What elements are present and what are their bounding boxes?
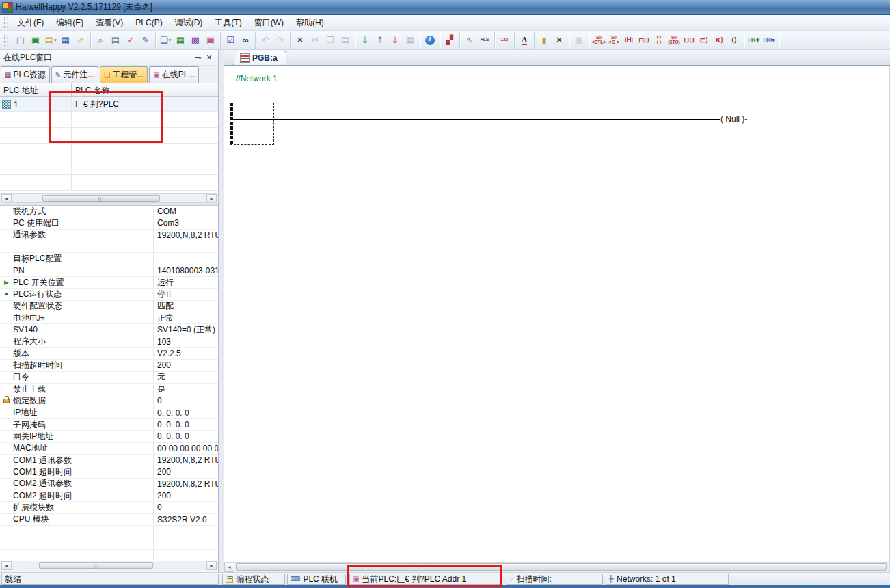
property-label: COM1 超时时间 [13, 466, 72, 478]
dropdown-icon[interactable]: ▾ [54, 38, 57, 43]
plc-download-icon: ⇓ [362, 36, 369, 44]
panel-tab-label: 在线PL... [162, 69, 195, 81]
component-comment-icon: ✎ [55, 72, 61, 79]
property-value: 正常 [154, 312, 218, 324]
hardware-config-button[interactable]: ▦ [173, 33, 188, 48]
property-value: 103 [154, 337, 218, 347]
lock-button[interactable]: ▮ [537, 33, 552, 48]
import-project-button[interactable]: ⇗ [73, 33, 88, 48]
memory-chip-button[interactable]: ▩ [188, 33, 203, 48]
table-hscrollbar[interactable]: ◂ ||| ▸ [1, 193, 217, 203]
ladder-canvas[interactable]: //Network 1 ( Null )- [224, 66, 890, 562]
menu-item-4[interactable]: PLC(P) [129, 16, 168, 29]
paste-icon: ▤ [341, 36, 349, 44]
panel-tab-2[interactable]: ✎元件注... [51, 66, 98, 83]
scroll-left-icon[interactable]: ◂ [224, 563, 234, 572]
clear-button[interactable]: ✕ [552, 33, 567, 48]
double-coil-button[interactable]: ⊔⊔ [682, 33, 697, 48]
menu-item-5[interactable]: 调试(D) [169, 15, 209, 31]
window-list-button[interactable]: ❏▾ [158, 33, 173, 48]
title-bar: HaiwellHappy V2.2.5.171129 [未命名] [0, 0, 890, 15]
print-button[interactable]: ▤ [108, 33, 123, 48]
toolbar-group: ☑∞ [221, 32, 256, 49]
property-row: ▶PLC 开关位置运行 [0, 277, 218, 289]
scroll-left-icon[interactable]: ◂ [1, 561, 12, 570]
scroll-thumb[interactable] [236, 563, 887, 571]
empty-row [0, 159, 218, 175]
panel-tab-label: PLC资源 [13, 69, 45, 81]
options-button[interactable]: ☑ [223, 33, 238, 48]
scroll-track[interactable]: ||| [12, 194, 206, 202]
open-project-button[interactable]: ▤▾ [43, 33, 58, 48]
toolbar-group: ✕✂❐▤ [291, 32, 355, 49]
plc-info-button[interactable]: i [422, 33, 437, 48]
sto-button[interactable]: S0 (STO) [666, 33, 682, 48]
compare-contact-button[interactable]: ⟨⟩ [727, 33, 742, 48]
convert-il-button[interactable]: 123 [497, 33, 512, 48]
menu-item-6[interactable]: 工具(T) [208, 15, 247, 31]
coil-y-button[interactable]: Y7 ⟨ ⟩ [651, 33, 666, 48]
scroll-track[interactable]: ||| [12, 561, 206, 570]
menu-item-3[interactable]: 查看(V) [90, 15, 129, 31]
sto-icon: S0 (STO) [668, 36, 680, 44]
doc-check-button[interactable]: ✓ [123, 33, 138, 48]
close-icon[interactable]: ✕ [204, 53, 215, 62]
contact-button[interactable]: ⊣H⊢ [621, 33, 636, 48]
scroll-right-icon[interactable]: ▸ [206, 194, 217, 202]
doc-edit-button[interactable]: ✎ [138, 33, 153, 48]
plc-download-button[interactable]: ⇓ [358, 33, 373, 48]
font-button[interactable]: A [517, 33, 532, 48]
menu-item-7[interactable]: 窗口(W) [248, 15, 290, 31]
toolbar-group: A [515, 32, 535, 49]
menu-item-1[interactable]: 文件(F) [11, 15, 50, 31]
scroll-right-icon[interactable]: ▸ [206, 561, 217, 570]
save-button[interactable]: ▦ [58, 33, 73, 48]
print-preview-button[interactable]: ⌕ [93, 33, 108, 48]
document-tab-label: PGB:a [252, 53, 278, 63]
editor-hscrollbar[interactable]: ◂ [224, 562, 890, 572]
scroll-thumb[interactable]: ||| [42, 195, 160, 202]
toolbar-group: S0 <STL>S0 < S >⊣H⊢⊓⊔Y7 ⟨ ⟩S0 (STO)⊔⊔⊏⟩✕… [589, 32, 744, 49]
hk-add-button[interactable]: HK✚ [746, 33, 761, 48]
scroll-left-icon[interactable]: ◂ [1, 194, 12, 202]
delete-button[interactable]: ✕ [293, 33, 308, 48]
property-label: PLC运行状态 [13, 289, 62, 300]
hk-swap-button[interactable]: HK⇆ [761, 33, 777, 48]
delete-coil-icon: ✕⟩ [715, 37, 723, 44]
scroll-thumb[interactable]: ||| [39, 562, 153, 569]
debug-probe-icon: ∿ [466, 36, 474, 44]
dropdown-icon[interactable]: ▾ [169, 38, 172, 43]
panel-tab-4[interactable]: ▣在线PL... [149, 66, 199, 83]
debug-probe-button[interactable]: ∿ [462, 33, 477, 48]
stl-button[interactable]: S0 <STL> [591, 33, 606, 48]
new-file-button[interactable]: ▢ [13, 33, 28, 48]
monitor-table-button[interactable]: ▣ [203, 33, 218, 48]
toolbar-grip [4, 35, 8, 46]
property-row: 口令无 [0, 372, 218, 384]
stl-set-button[interactable]: S0 < S > [606, 33, 621, 48]
network-topology-button[interactable]: ▞ [442, 33, 457, 48]
plc-upload-button[interactable]: ⇑ [373, 33, 388, 48]
branch-contact-button[interactable]: ⊓⊔ [636, 33, 651, 48]
lock-icon [0, 397, 13, 405]
selection-cursor [230, 103, 274, 145]
panel-tab-1[interactable]: ▦PLC资源 [1, 66, 50, 83]
property-label: 目标PLC配置 [13, 253, 62, 265]
delete-coil-button[interactable]: ✕⟩ [712, 33, 727, 48]
status-plc-link-text: PLC 联机 [303, 574, 338, 585]
toolbar-group: ∿PLS [460, 32, 495, 49]
pls-instruction-button[interactable]: PLS [477, 33, 492, 48]
panel-tab-3[interactable]: ❏工程管... [100, 66, 148, 83]
menu-item-2[interactable]: 编辑(E) [50, 15, 90, 31]
pin-icon[interactable]: ⊸ [193, 53, 204, 62]
plc-download-run-button[interactable]: ⇓ [388, 33, 403, 48]
coil-button[interactable]: ⊏⟩ [697, 33, 712, 48]
props-hscrollbar[interactable]: ◂ ||| ▸ [1, 561, 217, 570]
find-button[interactable]: ∞ [238, 33, 253, 48]
scroll-track[interactable] [234, 563, 889, 572]
tab-pgb-a[interactable]: PGB:a [233, 51, 286, 65]
menu-item-8[interactable]: 帮助(H) [290, 15, 330, 31]
new-project-button[interactable]: ▣ [28, 33, 43, 48]
property-row: IP地址0. 0. 0. 0 [0, 407, 218, 419]
property-value: 19200,N,8,2 RTU [154, 479, 218, 489]
